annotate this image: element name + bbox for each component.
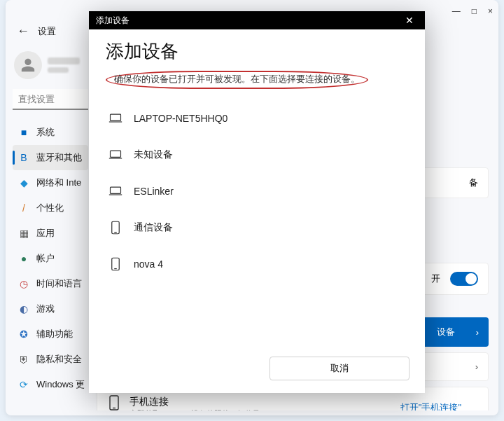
window-minimize-button[interactable]: — <box>452 6 461 16</box>
device-name: ESLinker <box>134 186 174 197</box>
add-device-dialog: 添加设备 ✕ 添加设备 确保你的设备已打开并可被发现。在下面选择要连接的设备。 … <box>89 11 425 393</box>
sidebar: ■系统B蓝牙和其他◆网络和 Inte/个性化▦应用●帐户◷时间和语言◐游戏✪辅助… <box>6 44 91 410</box>
sidebar-item-privacy[interactable]: ⛨隐私和安全 <box>13 347 88 372</box>
cancel-button[interactable]: 取消 <box>270 357 410 380</box>
card-text-fragment: 备 <box>469 177 478 189</box>
user-name-redacted <box>48 57 80 73</box>
sidebar-item-label: 帐户 <box>36 252 55 265</box>
update-icon: ⟳ <box>18 379 29 390</box>
sidebar-item-label: 网络和 Inte <box>36 177 81 189</box>
sidebar-item-personalize[interactable]: /个性化 <box>13 195 88 221</box>
device-item[interactable]: nova 4 <box>106 246 408 282</box>
sidebar-item-label: 时间和语言 <box>36 277 82 290</box>
phone-link-subtitle: 立即获取 Android 设备的照片、短信及 <box>130 408 260 410</box>
time-icon: ◷ <box>18 278 29 289</box>
sidebar-item-gaming[interactable]: ◐游戏 <box>13 296 88 322</box>
sidebar-item-label: Windows 更 <box>36 378 85 391</box>
phone-icon <box>108 257 122 271</box>
sidebar-item-time[interactable]: ◷时间和语言 <box>13 271 88 296</box>
sidebar-item-label: 系统 <box>36 126 55 139</box>
phone-icon <box>108 221 122 235</box>
device-name: nova 4 <box>134 258 163 270</box>
device-item[interactable]: 未知设备 <box>106 137 408 173</box>
toggle-on-icon[interactable] <box>450 272 478 286</box>
sidebar-item-bluetooth[interactable]: B蓝牙和其他 <box>13 145 88 170</box>
accessibility-icon: ✪ <box>18 329 29 340</box>
dialog-subheading: 确保你的设备已打开并可被发现。在下面选择要连接的设备。 <box>106 71 368 89</box>
toggle-label: 开 <box>431 272 440 285</box>
app-title: 设置 <box>38 25 56 38</box>
sidebar-item-update[interactable]: ⟳Windows 更 <box>13 372 88 397</box>
chevron-right-icon: › <box>475 361 478 372</box>
device-name: LAPTOP-NET5HHQ0 <box>134 113 227 124</box>
sidebar-item-network[interactable]: ◆网络和 Inte <box>13 170 88 195</box>
sidebar-item-accounts[interactable]: ●帐户 <box>13 246 88 271</box>
search-input[interactable] <box>13 89 88 110</box>
avatar <box>14 51 42 79</box>
dialog-titlebar: 添加设备 ✕ <box>89 11 425 29</box>
user-block[interactable] <box>13 48 88 89</box>
open-phone-link-button[interactable]: 打开"手机连接" <box>400 401 461 411</box>
sidebar-item-system[interactable]: ■系统 <box>13 120 88 145</box>
window-maximize-button[interactable]: □ <box>472 6 477 16</box>
sidebar-item-label: 蓝牙和其他 <box>36 151 82 164</box>
device-item[interactable]: LAPTOP-NET5HHQ0 <box>106 100 408 137</box>
back-button[interactable]: ← <box>17 24 29 39</box>
svg-rect-3 <box>111 151 121 157</box>
personalize-icon: / <box>18 202 29 214</box>
sidebar-item-label: 辅助功能 <box>36 328 73 340</box>
window-close-button[interactable]: × <box>488 6 493 16</box>
sidebar-item-label: 应用 <box>36 227 55 240</box>
sidebar-item-apps[interactable]: ▦应用 <box>13 221 88 246</box>
gaming-icon: ◐ <box>18 303 29 315</box>
chevron-right-icon: › <box>476 327 479 338</box>
sidebar-item-label: 游戏 <box>36 303 55 315</box>
svg-rect-2 <box>111 114 121 120</box>
system-icon: ■ <box>18 127 29 138</box>
phone-link-title: 手机连接 <box>130 396 260 408</box>
sidebar-item-label: 隐私和安全 <box>36 353 82 366</box>
phone-icon <box>107 396 121 410</box>
device-list: LAPTOP-NET5HHQ0未知设备ESLinker通信设备nova 4 <box>106 100 408 282</box>
device-item[interactable]: 通信设备 <box>106 209 408 246</box>
device-name: 未知设备 <box>134 149 173 161</box>
laptop-icon <box>108 111 122 125</box>
dialog-heading: 添加设备 <box>106 39 408 64</box>
svg-rect-4 <box>111 187 121 193</box>
accounts-icon: ● <box>18 253 29 264</box>
apps-icon: ▦ <box>18 228 29 239</box>
laptop-icon <box>108 184 122 198</box>
sidebar-item-label: 个性化 <box>36 202 64 214</box>
annotation-circle: 确保你的设备已打开并可被发现。在下面选择要连接的设备。 <box>106 71 368 89</box>
dialog-title: 添加设备 <box>96 15 130 27</box>
network-icon: ◆ <box>18 177 29 188</box>
laptop-icon <box>108 148 122 162</box>
device-item[interactable]: ESLinker <box>106 173 408 209</box>
device-name: 通信设备 <box>134 221 173 234</box>
privacy-icon: ⛨ <box>18 354 29 365</box>
dialog-close-button[interactable]: ✕ <box>401 15 418 26</box>
sidebar-item-accessibility[interactable]: ✪辅助功能 <box>13 322 88 347</box>
bluetooth-icon: B <box>18 152 29 163</box>
nav-list: ■系统B蓝牙和其他◆网络和 Inte/个性化▦应用●帐户◷时间和语言◐游戏✪辅助… <box>13 120 88 397</box>
button-text-fragment: 设备 <box>437 326 455 338</box>
